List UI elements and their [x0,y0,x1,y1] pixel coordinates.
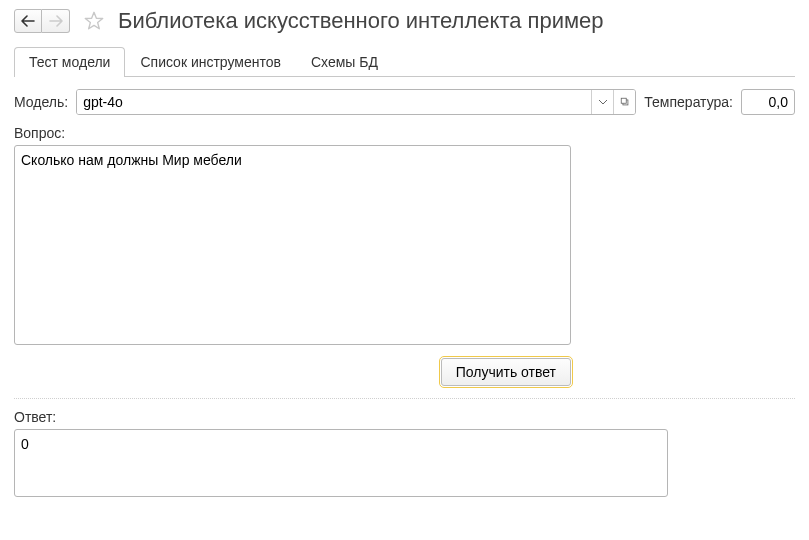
tabs: Тест модели Список инструментов Схемы БД [14,46,795,77]
tab-test-model[interactable]: Тест модели [14,47,125,77]
star-icon [83,10,105,32]
page-title: Библиотека искусственного интеллекта при… [118,8,604,34]
model-combo [76,89,636,115]
svg-rect-1 [621,98,626,103]
form-area: Модель: Температура: Вопрос: Получить от… [0,77,809,500]
model-open-button[interactable] [613,90,635,114]
arrow-right-icon [49,15,63,27]
nav-group [14,9,70,33]
temperature-label: Температура: [644,94,733,110]
model-dropdown-button[interactable] [591,90,613,114]
favorite-button[interactable] [82,9,106,33]
tab-tools-list[interactable]: Список инструментов [125,47,296,77]
back-button[interactable] [14,9,42,33]
answer-textarea[interactable] [14,429,668,497]
arrow-left-icon [21,15,35,27]
forward-button[interactable] [42,9,70,33]
submit-button[interactable]: Получить ответ [441,358,571,386]
question-label: Вопрос: [14,125,795,141]
model-input[interactable] [77,90,591,114]
tab-db-schemas[interactable]: Схемы БД [296,47,393,77]
chevron-down-icon [598,97,608,107]
temperature-input[interactable] [741,89,795,115]
top-bar: Библиотека искусственного интеллекта при… [0,0,809,38]
model-label: Модель: [14,94,68,110]
answer-label: Ответ: [14,409,795,425]
question-textarea[interactable] [14,145,571,345]
open-icon [620,97,630,107]
divider [14,398,795,399]
